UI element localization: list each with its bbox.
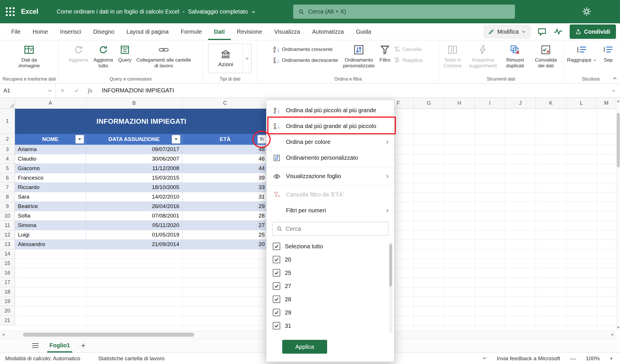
calc-mode-status[interactable]: Modalità di calcolo: Automatico xyxy=(5,355,80,362)
row-header[interactable]: 9 xyxy=(0,202,15,211)
value-checkbox-row[interactable]: 29 xyxy=(273,306,394,319)
refresh-all-button[interactable]: Aggiorna tutto xyxy=(90,43,117,70)
scrollbar-thumb[interactable] xyxy=(617,113,620,167)
editing-mode-button[interactable]: Modifica xyxy=(484,25,530,38)
global-search-input[interactable] xyxy=(308,8,510,15)
checkbox-checked-icon[interactable] xyxy=(273,243,280,250)
cell-nome[interactable]: Claudio xyxy=(15,154,86,164)
add-sheet-button[interactable]: + xyxy=(81,342,85,350)
table-row[interactable]: Beatrice 26/04/2016 29 xyxy=(15,202,268,211)
tab-disegno[interactable]: Disegno xyxy=(87,23,120,40)
row-header[interactable]: 5 xyxy=(0,164,15,173)
vertical-scrollbar[interactable] xyxy=(616,98,620,331)
share-button[interactable]: Condividi xyxy=(570,24,616,39)
cell-nome[interactable]: Giacomo xyxy=(15,164,86,173)
cell-nome[interactable]: Francesco xyxy=(15,173,86,183)
value-checkbox-row[interactable]: 28 xyxy=(273,293,394,306)
tab-home[interactable]: Home xyxy=(26,23,54,40)
cell-data[interactable]: 11/12/2008 xyxy=(86,164,182,173)
cell-nome[interactable]: Sara xyxy=(15,192,86,202)
cell-data[interactable]: 21/09/2014 xyxy=(86,240,182,249)
table-row[interactable]: Giacomo 11/12/2008 44 xyxy=(15,164,268,173)
cell-data[interactable]: 07/08/2001 xyxy=(86,211,182,221)
checkbox-checked-icon[interactable] xyxy=(273,322,280,329)
workbook-statistics-button[interactable]: Statistiche cartella di lavoro xyxy=(98,355,165,362)
filter-list-scrollbar[interactable] xyxy=(389,242,392,333)
cell-eta[interactable]: 29 xyxy=(182,202,268,211)
scroll-down-arrow[interactable] xyxy=(617,327,619,329)
table-row[interactable]: Alessandro 21/09/2014 20 xyxy=(15,240,268,249)
table-row[interactable]: Simona 05/11/2020 27 xyxy=(15,221,268,230)
feedback-link[interactable]: Invia feedback a Microsoft xyxy=(497,355,560,362)
sheet-tab-foglio1[interactable]: Foglio1 xyxy=(47,338,72,352)
zoom-in-button[interactable]: + xyxy=(610,355,613,362)
menu-item-number-filters[interactable]: Filtri per numeri xyxy=(266,203,394,218)
row-header[interactable]: 11 xyxy=(0,221,15,230)
column-header-a[interactable]: A xyxy=(15,98,86,108)
header-cell-eta[interactable]: ETÀ xyxy=(182,134,268,145)
tab-layout-di-pagina[interactable]: Layout di pagina xyxy=(120,23,175,40)
row-header[interactable]: 19 xyxy=(0,297,15,306)
row-header[interactable]: 18 xyxy=(0,287,15,297)
filter-button[interactable]: Filtro xyxy=(378,43,392,65)
filter-search-input[interactable] xyxy=(286,226,384,232)
row-header[interactable]: 1 xyxy=(0,109,15,134)
scroll-left-arrow[interactable] xyxy=(2,333,4,336)
insert-function-icon[interactable]: fx xyxy=(83,83,97,98)
column-header-c[interactable]: C xyxy=(182,98,268,108)
remove-duplicates-button[interactable]: Rimuovi duplicati xyxy=(500,43,530,70)
expand-formula-bar-chevron[interactable] xyxy=(607,83,620,98)
menu-item-sort-descending[interactable]: ZA↓ Ordina dal più grande al più piccolo xyxy=(266,118,394,134)
table-row[interactable]: Arianna 09/07/2017 48 xyxy=(15,145,268,154)
row-header[interactable]: 14 xyxy=(0,249,15,259)
tab-automatizza[interactable]: Automatizza xyxy=(306,23,350,40)
tab-visualizza[interactable]: Visualizza xyxy=(268,23,306,40)
filter-search-box[interactable] xyxy=(272,222,388,236)
chevron-down-icon[interactable] xyxy=(48,89,52,93)
row-header[interactable]: 13 xyxy=(0,240,15,249)
select-all-corner[interactable] xyxy=(0,98,15,108)
column-header-j[interactable]: J xyxy=(505,98,536,108)
row-header[interactable]: 6 xyxy=(0,173,15,183)
sort-ascending-button[interactable]: AZ↓ Ordinamento crescente xyxy=(272,45,340,54)
name-box[interactable]: A1 xyxy=(0,83,56,98)
table-row[interactable]: Riccardo 18/10/2005 33 xyxy=(15,183,268,192)
cell-eta[interactable]: 48 xyxy=(182,145,268,154)
cell-eta[interactable]: 27 xyxy=(182,221,268,230)
cell-data[interactable]: 09/07/2017 xyxy=(86,145,182,154)
cell-data[interactable]: 18/10/2005 xyxy=(86,183,182,192)
tab-formule[interactable]: Formule xyxy=(175,23,208,40)
sort-descending-button[interactable]: ZA↓ Ordinamento decrescente xyxy=(272,56,340,65)
table-row[interactable]: Sara 14/02/2010 31 xyxy=(15,192,268,202)
table-row[interactable]: Luigi 01/05/2019 25 xyxy=(15,230,268,240)
menu-item-sort-by-color[interactable]: Ordina per colore xyxy=(266,134,394,150)
value-checkbox-row[interactable]: 27 xyxy=(273,279,394,293)
apply-filter-button[interactable]: Applica xyxy=(282,340,327,354)
nome-filter-dropdown-button[interactable] xyxy=(75,135,84,144)
zoom-level[interactable]: 100% xyxy=(586,355,600,362)
row-header[interactable]: 3 xyxy=(0,145,15,154)
cell-eta[interactable]: 33 xyxy=(182,183,268,192)
scroll-up-arrow[interactable] xyxy=(617,100,619,102)
clear-filter-button[interactable]: Cancella xyxy=(392,45,424,54)
cell-eta[interactable]: 39 xyxy=(182,173,268,183)
row-header[interactable]: 17 xyxy=(0,278,15,287)
row-header[interactable]: 12 xyxy=(0,230,15,240)
ungroup-rows-button[interactable]: Sep xyxy=(598,43,618,65)
data-types-gallery[interactable]: Azioni xyxy=(208,44,251,73)
tab-inserisci[interactable]: Inserisci xyxy=(54,23,87,40)
cell-eta[interactable]: 20 xyxy=(182,240,268,249)
status-bar-chevron-icon[interactable] xyxy=(482,356,487,360)
cell-data[interactable]: 15/03/2015 xyxy=(86,173,182,183)
value-checkbox-row[interactable]: 31 xyxy=(273,319,394,332)
cell-nome[interactable]: Beatrice xyxy=(15,202,86,211)
table-row[interactable]: Sofia 07/08/2001 28 xyxy=(15,211,268,221)
menu-item-clear-filter[interactable]: Cancella filtro da 'ETÀ' xyxy=(266,187,394,203)
cell-nome[interactable]: Simona xyxy=(15,221,86,230)
eta-filter-dropdown-button[interactable] xyxy=(257,135,266,144)
cell-data[interactable]: 26/04/2016 xyxy=(86,202,182,211)
row-header[interactable]: 21 xyxy=(0,316,15,325)
zoom-out-button[interactable]: — xyxy=(570,355,576,362)
sheet-list-menu-icon[interactable] xyxy=(32,343,39,348)
tab-dati[interactable]: Dati xyxy=(208,23,231,40)
